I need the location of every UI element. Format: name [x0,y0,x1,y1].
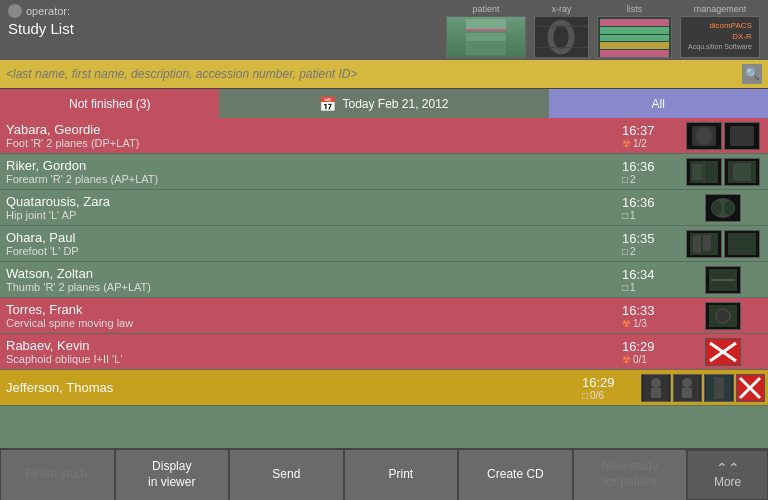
more-button[interactable]: ⌃⌃ More [687,450,768,500]
svg-rect-2 [466,29,506,31]
study-time-col: 16:36 □ 2 [618,154,678,189]
radiation-icon: ☢ [622,138,631,149]
xray-thumbnail-group: x-ray [534,4,589,58]
copy-icon: □ [622,282,628,293]
study-meta: □ 0/6 [582,390,604,401]
study-meta: □ 2 [622,246,636,257]
study-description: Forefoot 'L' DP [6,245,612,257]
svg-rect-14 [730,126,754,146]
study-info: Riker, Gordon Forearm 'R' 2 planes (AP+L… [0,154,618,189]
svg-point-45 [682,378,692,388]
svg-point-7 [553,25,568,48]
new-study-button[interactable]: New study for patient [573,450,688,500]
thumb-2 [724,122,760,150]
thumb-1 [686,158,722,186]
filter-not-finished[interactable]: Not finished (3) [0,89,219,118]
study-meta: □ 1 [622,282,636,293]
print-button[interactable]: Print [344,450,459,500]
svg-rect-28 [693,235,701,253]
svg-rect-1 [466,19,506,29]
patient-name: Quatarousis, Zara [6,194,612,209]
table-row[interactable]: Quatarousis, Zara Hip joint 'L' AP 16:36… [0,190,768,226]
management-thumb-label: management [694,4,747,14]
finish-study-button[interactable]: Finish study [0,450,115,500]
study-meta: ☢ 0/1 [622,354,647,365]
study-info: Torres, Frank Cervical spine moving law [0,298,618,333]
table-row[interactable]: Rabaev, Kevin Scaphoid oblique I+II 'L' … [0,334,768,370]
study-description: Forearm 'R' 2 planes (AP+LAT) [6,173,612,185]
lists-thumb-label: lists [627,4,643,14]
copy-icon: □ [622,246,628,257]
brand-text: dicomPACSDX-RAcqu.sition Software [685,18,755,55]
svg-point-25 [724,201,734,215]
study-info: Quatarousis, Zara Hip joint 'L' AP [0,190,618,225]
study-count: 1/2 [633,138,647,149]
study-time-col: 16:37 ☢ 1/2 [618,118,678,153]
study-info: Ohara, Paul Forefoot 'L' DP [0,226,618,261]
table-row[interactable]: Ohara, Paul Forefoot 'L' DP 16:35 □ 2 [0,226,768,262]
study-time: 16:36 [622,159,655,174]
table-row[interactable]: Jefferson, Thomas 16:29 □ 0/6 [0,370,768,406]
thumb-2 [724,158,760,186]
study-time-col: 16:36 □ 1 [618,190,678,225]
xray-thumb-label: x-ray [552,4,572,14]
lists-thumbnail-group: lists [597,4,672,58]
operator-label: operator: [8,4,128,18]
header-left: operator: Study List [8,4,128,37]
study-thumbs [678,190,768,225]
svg-rect-21 [733,163,751,181]
study-time: 16:29 [582,375,615,390]
thumb-1 [705,302,741,330]
study-info: Watson, Zoltan Thumb 'R' 2 planes (AP+LA… [0,262,618,297]
svg-rect-43 [651,388,661,398]
study-thumbs [638,370,768,405]
study-count: 0/1 [633,354,647,365]
thumb-4 [736,374,766,402]
study-time-col: 16:34 □ 1 [618,262,678,297]
thumb-3 [704,374,734,402]
patient-thumbnail [446,16,526,58]
study-description: Scaphoid oblique I+II 'L' [6,353,612,365]
study-count: 0/6 [590,390,604,401]
svg-rect-3 [466,33,506,41]
footer: Finish study Display in viewer Send Prin… [0,448,768,500]
study-thumbs [678,226,768,261]
table-row[interactable]: Torres, Frank Cervical spine moving law … [0,298,768,334]
svg-point-12 [696,127,712,145]
page-title: Study List [8,20,128,37]
table-row[interactable]: Yabara, Geordie Foot 'R' 2 planes (DP+LA… [0,118,768,154]
table-row[interactable]: Watson, Zoltan Thumb 'R' 2 planes (AP+LA… [0,262,768,298]
management-thumbnail: dicomPACSDX-RAcqu.sition Software [680,16,760,58]
send-button[interactable]: Send [229,450,344,500]
study-list: Yabara, Geordie Foot 'R' 2 planes (DP+LA… [0,118,768,448]
search-button[interactable]: 🔍 [742,64,762,84]
operator-icon [8,4,22,18]
filter-all[interactable]: All [549,89,768,118]
thumb-2 [724,230,760,258]
svg-rect-29 [703,235,711,251]
study-info: Rabaev, Kevin Scaphoid oblique I+II 'L' [0,334,618,369]
search-input[interactable] [6,67,742,81]
svg-point-42 [651,378,661,388]
study-time: 16:36 [622,195,655,210]
study-time-col: 16:35 □ 2 [618,226,678,261]
display-in-viewer-button[interactable]: Display in viewer [115,450,230,500]
study-description: Foot 'R' 2 planes (DP+LAT) [6,137,612,149]
patient-name: Torres, Frank [6,302,612,317]
copy-icon: □ [622,210,628,221]
create-cd-button[interactable]: Create CD [458,450,573,500]
copy-icon: □ [622,174,628,185]
patient-name: Riker, Gordon [6,158,612,173]
study-time: 16:37 [622,123,655,138]
study-count: 1/3 [633,318,647,329]
study-count: 2 [630,246,636,257]
study-description: Thumb 'R' 2 planes (AP+LAT) [6,281,612,293]
table-row[interactable]: Riker, Gordon Forearm 'R' 2 planes (AP+L… [0,154,768,190]
study-info: Yabara, Geordie Foot 'R' 2 planes (DP+LA… [0,118,618,153]
study-time: 16:33 [622,303,655,318]
management-thumbnail-group: management dicomPACSDX-RAcqu.sition Soft… [680,4,760,58]
thumb-1 [705,194,741,222]
filter-today[interactable]: 📅 Today Feb 21, 2012 [219,89,548,118]
svg-rect-48 [714,377,724,399]
svg-rect-18 [692,164,702,180]
